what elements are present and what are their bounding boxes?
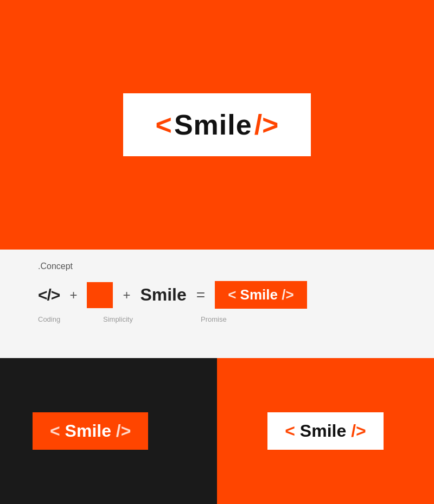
result-brand-name: Smile: [240, 286, 278, 303]
logo-on-dark: < Smile />: [33, 412, 148, 450]
orange-background-panel: < Smile />: [217, 358, 434, 504]
dark-background-panel: < Smile />: [0, 358, 217, 504]
orange-logo-name: Smile: [300, 421, 346, 441]
logo-bracket-left: <: [156, 109, 172, 141]
result-bracket-right: />: [278, 286, 294, 303]
operator-equals: =: [196, 286, 205, 304]
concept-equation-row: </> + + Smile = < Smile />: [38, 281, 396, 309]
logo-bracket-right: />: [254, 109, 279, 141]
concept-title: .Concept: [38, 261, 396, 271]
concept-section: .Concept </> + + Smile = < Smile /> Codi…: [0, 250, 434, 358]
main-logo-container: < Smile />: [123, 93, 311, 156]
operator-plus-1: +: [69, 288, 77, 303]
logo-brand-name: Smile: [174, 109, 252, 141]
logo-on-orange: < Smile />: [267, 412, 383, 450]
simplicity-label: Simplicity: [103, 315, 157, 323]
dark-logo-name: Smile: [65, 421, 111, 441]
orange-logo-bracket-right: />: [346, 421, 366, 441]
concept-labels: Coding Simplicity Promise: [38, 315, 396, 323]
result-logo: < Smile />: [215, 281, 307, 309]
dark-logo-bracket-right: />: [111, 421, 131, 441]
promise-label: Promise: [201, 315, 244, 323]
promise-text: Smile: [140, 285, 186, 305]
code-symbol: </>: [38, 286, 60, 304]
operator-plus-2: +: [123, 288, 130, 303]
result-bracket-left: <: [228, 286, 240, 303]
orange-square-icon: [87, 282, 113, 308]
coding-label: Coding: [38, 315, 81, 323]
bottom-section: < Smile /> < Smile />: [0, 358, 434, 504]
orange-logo-bracket-left: <: [285, 421, 300, 441]
top-hero-section: < Smile />: [0, 0, 434, 250]
dark-logo-bracket-left: <: [50, 421, 65, 441]
